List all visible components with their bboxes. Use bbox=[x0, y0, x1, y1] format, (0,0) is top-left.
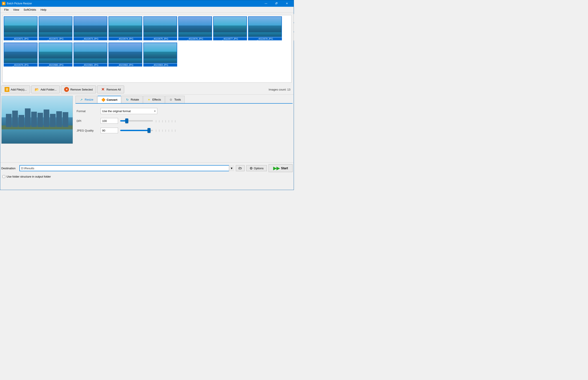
building-9 bbox=[56, 111, 62, 127]
preview-water bbox=[1, 127, 73, 144]
building-6 bbox=[38, 113, 43, 127]
options-button[interactable]: ⚙ Options bbox=[246, 165, 267, 171]
add-folder-button[interactable]: 📂 Add Folder... bbox=[31, 86, 60, 93]
building-7 bbox=[44, 110, 49, 127]
tab-bar: ↗ Resize 🔶 Convert ↻ Rotate ✦ Effects ⚙ bbox=[76, 96, 293, 104]
start-arrow-icon: ▶▶ bbox=[273, 166, 280, 171]
image-thumb-0[interactable]: _4022871.JPG bbox=[4, 16, 38, 41]
detail-view-button[interactable]: ⊞ bbox=[293, 32, 294, 40]
jpeg-quality-label: JPEG Quality bbox=[76, 129, 98, 132]
dpi-row: DPI | | | | | | bbox=[76, 118, 291, 124]
window-title: Batch Picture Resizer bbox=[7, 2, 261, 5]
image-list-area: _4022871.JPG _4022872.JPG _4022873.JPG _… bbox=[1, 14, 293, 84]
image-thumb-10[interactable]: _4022881.JPG bbox=[74, 42, 107, 68]
dpi-input[interactable] bbox=[101, 118, 118, 124]
tab-effects[interactable]: ✦ Effects bbox=[143, 96, 165, 103]
remove-selected-button[interactable]: ✕ Remove Selected bbox=[61, 86, 96, 93]
folder-structure-checkbox[interactable] bbox=[2, 175, 5, 178]
main-toolbar: 🖼 Add File(s)... 📂 Add Folder... ✕ Remov… bbox=[0, 84, 294, 95]
format-row: Format Use the original formatJPEGPNGBMP… bbox=[76, 108, 291, 114]
image-grid: _4022871.JPG _4022872.JPG _4022873.JPG _… bbox=[3, 15, 291, 69]
jpeg-quality-slider-track bbox=[120, 130, 153, 131]
window-controls: — 🗗 ✕ bbox=[261, 0, 292, 7]
gear-icon: ⚙ bbox=[250, 166, 253, 170]
add-files-icon: 🖼 bbox=[5, 87, 9, 92]
thumb-label-12: _4022883.JPG bbox=[143, 63, 177, 67]
image-thumb-11[interactable]: _4022882.JPG bbox=[108, 42, 142, 68]
image-thumb-8[interactable]: _4022879.JPG bbox=[4, 42, 38, 68]
image-list-container[interactable]: _4022871.JPG _4022872.JPG _4022873.JPG _… bbox=[2, 15, 291, 83]
destination-dropdown-button[interactable]: ▼ bbox=[229, 165, 234, 171]
start-button[interactable]: ▶▶ Start bbox=[268, 164, 293, 172]
thumb-label-9: _4022880.JPG bbox=[39, 63, 73, 67]
building-3 bbox=[19, 115, 24, 127]
thumb-label-2: _4022873.JPG bbox=[74, 37, 107, 40]
thumb-label-3: _4022874.JPG bbox=[108, 37, 142, 40]
remove-selected-icon: ✕ bbox=[64, 87, 69, 92]
image-thumb-5[interactable]: _4022876.JPG bbox=[178, 16, 212, 41]
image-thumb-9[interactable]: _4022880.JPG bbox=[39, 42, 73, 68]
jpeg-slider-dots: | | | | | | | bbox=[156, 129, 175, 132]
footer: Use folder structure in output folder bbox=[0, 174, 294, 179]
tab-convert[interactable]: 🔶 Convert bbox=[97, 96, 121, 103]
destination-label: Destination bbox=[1, 167, 18, 170]
remove-all-icon: ✕ bbox=[100, 87, 105, 92]
building-1 bbox=[6, 114, 12, 127]
format-select[interactable]: Use the original formatJPEGPNGBMPTIFFGIF… bbox=[101, 108, 157, 114]
thumb-label-5: _4022876.JPG bbox=[178, 37, 212, 40]
list-view-button[interactable]: ≡ bbox=[293, 23, 294, 31]
dpi-slider-container: | | | | | | | bbox=[120, 119, 175, 122]
image-thumb-12[interactable]: _4022883.JPG bbox=[143, 42, 177, 68]
image-thumb-4[interactable]: _4022875.JPG bbox=[143, 16, 177, 41]
destination-input-wrapper: ▼ bbox=[19, 165, 234, 171]
format-label: Format bbox=[76, 110, 98, 113]
effects-icon: ✦ bbox=[147, 97, 151, 102]
image-thumb-2[interactable]: _4022873.JPG bbox=[74, 16, 107, 41]
thumbnail-view-button[interactable]: 🖼 bbox=[293, 14, 294, 22]
tools-icon: ⚙ bbox=[169, 97, 173, 102]
menu-view[interactable]: View bbox=[11, 7, 21, 12]
jpeg-quality-slider-filled bbox=[120, 130, 149, 131]
thumb-label-7: _4022878.JPG bbox=[248, 37, 282, 40]
building-8 bbox=[50, 114, 56, 127]
dpi-slider-thumb[interactable] bbox=[125, 118, 128, 123]
thumb-label-11: _4022882.JPG bbox=[108, 63, 142, 67]
dpi-slider-track bbox=[120, 120, 153, 121]
menu-softorbits[interactable]: SoftOrbits bbox=[21, 7, 38, 12]
menubar: File View SoftOrbits Help bbox=[0, 7, 294, 13]
tab-rotate[interactable]: ↻ Rotate bbox=[122, 96, 143, 103]
tab-resize[interactable]: ↗ Resize bbox=[76, 96, 97, 103]
remove-all-button[interactable]: ✕ Remove All bbox=[97, 86, 124, 93]
thumb-label-4: _4022875.JPG bbox=[143, 37, 177, 40]
restore-button[interactable]: 🗗 bbox=[271, 0, 282, 7]
browse-folder-button[interactable]: 🗁 bbox=[236, 165, 245, 171]
folder-structure-row: Use folder structure in output folder bbox=[2, 175, 51, 178]
jpeg-quality-slider-thumb[interactable] bbox=[148, 128, 151, 133]
image-thumb-1[interactable]: _4022872.JPG bbox=[39, 16, 73, 41]
add-folder-icon: 📂 bbox=[35, 87, 39, 92]
image-thumb-3[interactable]: _4022874.JPG bbox=[108, 16, 142, 41]
tab-tools[interactable]: ⚙ Tools bbox=[165, 96, 185, 103]
format-select-wrapper: Use the original formatJPEGPNGBMPTIFFGIF… bbox=[101, 108, 157, 114]
building-4 bbox=[25, 108, 31, 127]
menu-file[interactable]: File bbox=[2, 7, 11, 12]
thumb-label-10: _4022881.JPG bbox=[74, 63, 107, 67]
convert-tab-content: Format Use the original formatJPEGPNGBMP… bbox=[76, 106, 293, 139]
image-thumb-7[interactable]: _4022878.JPG bbox=[248, 16, 282, 41]
jpeg-quality-slider-container: | | | | | | | bbox=[120, 129, 175, 132]
main-area: ↗ Resize 🔶 Convert ↻ Rotate ✦ Effects ⚙ bbox=[0, 95, 294, 162]
close-button[interactable]: ✕ bbox=[282, 0, 292, 7]
thumb-label-1: _4022872.JPG bbox=[39, 37, 73, 40]
jpeg-quality-input[interactable] bbox=[101, 128, 118, 133]
minimize-button[interactable]: — bbox=[261, 0, 271, 7]
building-5 bbox=[31, 112, 37, 127]
image-thumb-6[interactable]: _4022877.JPG bbox=[213, 16, 247, 41]
menu-help[interactable]: Help bbox=[38, 7, 49, 12]
thumb-label-8: _4022879.JPG bbox=[4, 63, 38, 67]
preview-image bbox=[1, 96, 73, 144]
images-count: Images count: 13 bbox=[268, 88, 293, 91]
add-files-button[interactable]: 🖼 Add File(s)... bbox=[1, 86, 30, 93]
destination-bar: Destination ▼ 🗁 ⚙ Options ▶▶ Start bbox=[0, 162, 294, 174]
destination-input[interactable] bbox=[19, 165, 234, 171]
app-icon: B bbox=[2, 2, 5, 5]
